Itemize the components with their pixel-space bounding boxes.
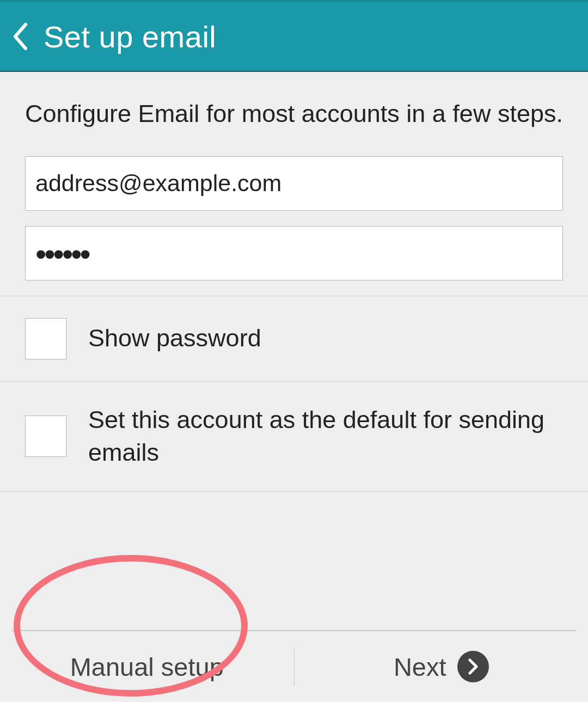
input-fields: •••••• — [0, 146, 588, 296]
show-password-checkbox[interactable] — [25, 318, 66, 359]
default-account-checkbox[interactable] — [25, 416, 66, 457]
default-account-label: Set this account as the default for send… — [88, 404, 563, 470]
back-icon[interactable] — [12, 22, 28, 51]
chevron-right-icon — [457, 651, 489, 682]
app-header: Set up email — [0, 2, 588, 72]
next-button[interactable]: Next — [295, 631, 589, 702]
password-field[interactable]: •••••• — [25, 226, 563, 280]
instruction-text: Configure Email for most accounts in a f… — [0, 72, 588, 146]
next-label: Next — [394, 652, 446, 682]
manual-setup-button[interactable]: Manual setup — [0, 631, 294, 702]
show-password-row[interactable]: Show password — [0, 296, 588, 381]
manual-setup-label: Manual setup — [70, 652, 224, 682]
footer-row: Manual setup Next — [0, 631, 588, 702]
page-title: Set up email — [44, 19, 216, 54]
content-area: Configure Email for most accounts in a f… — [0, 72, 588, 492]
email-field[interactable] — [25, 156, 563, 211]
footer: Manual setup Next — [0, 630, 588, 702]
default-account-row[interactable]: Set this account as the default for send… — [0, 381, 588, 492]
show-password-label: Show password — [88, 322, 261, 355]
